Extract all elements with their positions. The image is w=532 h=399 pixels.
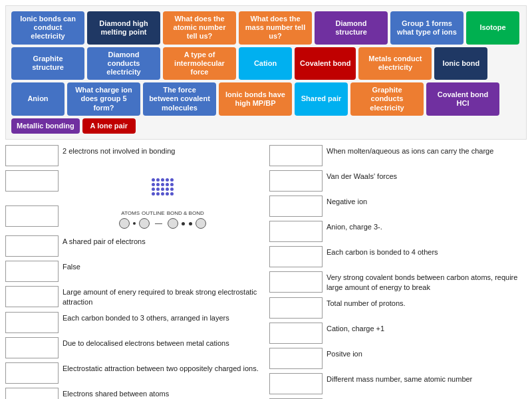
match-row: When molten/aqueous as ions can carry th…	[269, 145, 527, 166]
clue-text: When molten/aqueous as ions can carry th…	[327, 145, 527, 156]
answer-box[interactable]	[269, 246, 323, 267]
clue-text: Each carbon is bonded to 4 others	[327, 246, 527, 257]
match-row: Total number of protons.	[269, 297, 527, 319]
card-item[interactable]: Graphite conducts electricity	[350, 82, 424, 116]
match-row	[5, 170, 263, 201]
answer-box[interactable]	[5, 145, 59, 166]
answer-box[interactable]	[5, 170, 59, 192]
card-item[interactable]: Ionic bond	[434, 47, 487, 80]
clue-text: Large amount of enery required to break …	[63, 286, 263, 308]
clue-text: Negative ion	[327, 196, 527, 207]
answer-box[interactable]	[269, 373, 323, 394]
card-item[interactable]: Cation	[239, 47, 292, 80]
match-row: A shared pair of electrons	[5, 235, 263, 257]
clue-text: Total number of protons.	[327, 297, 527, 309]
card-item[interactable]: Ionic bonds can conduct electricity	[11, 11, 84, 45]
match-row: Anion, charge 3-.	[269, 221, 527, 242]
dot-diagram	[63, 172, 263, 201]
answer-box[interactable]	[5, 205, 59, 227]
matching-section: 2 electrons not involved in bonding ATOM…	[0, 145, 532, 399]
match-row: Due to delocalised electrons between met…	[5, 337, 263, 358]
match-row: Each carbon bonded to 3 others, arranged…	[5, 312, 263, 333]
match-row: Electrons shared between atoms	[5, 388, 263, 399]
match-row: Negative ion	[269, 196, 527, 217]
answer-box[interactable]	[5, 261, 59, 282]
card-item[interactable]: What does the atomic number tell us?	[163, 11, 236, 45]
card-item[interactable]: Ionic bonds have high MP/BP	[219, 82, 292, 116]
answer-box[interactable]	[5, 312, 59, 333]
card-item[interactable]: Isotope	[466, 11, 519, 45]
answer-box[interactable]	[269, 348, 323, 369]
clue-text: Anion, charge 3-.	[327, 221, 527, 232]
answer-box[interactable]	[269, 323, 323, 344]
match-row: Different mass number, same atomic numbe…	[269, 373, 527, 394]
clue-text	[63, 170, 263, 201]
card-item[interactable]: Diamond structure	[315, 11, 388, 45]
card-item[interactable]: Diamond high melting point	[87, 11, 160, 45]
card-item[interactable]: Shared pair	[295, 82, 348, 116]
clue-text: Due to delocalised electrons between met…	[63, 337, 263, 348]
match-row: Large amount of enery required to break …	[5, 286, 263, 308]
clue-text: Different mass number, same atomic numbe…	[327, 373, 527, 384]
match-row: False	[5, 261, 263, 282]
card-item[interactable]: Metallic bonding	[11, 118, 80, 134]
cards-section: Ionic bonds can conduct electricityDiamo…	[5, 5, 527, 140]
match-row: Cation, charge +1	[269, 323, 527, 344]
card-item[interactable]: What charge ion does group 5 form?	[67, 82, 140, 116]
right-column: When molten/aqueous as ions can carry th…	[269, 145, 527, 399]
card-item[interactable]: Metals conduct electricity	[358, 47, 432, 80]
clue-text: ATOMS OUTLINE BOND & BOND —	[63, 205, 263, 231]
match-row: Van der Waals' forces	[269, 170, 527, 192]
answer-box[interactable]	[5, 337, 59, 358]
match-row: Each carbon is bonded to 4 others	[269, 246, 527, 267]
left-column: 2 electrons not involved in bonding ATOM…	[5, 145, 263, 399]
card-item[interactable]: Group 1 forms what type of ions	[390, 11, 464, 45]
answer-box[interactable]	[269, 271, 323, 293]
clue-text: A shared pair of electrons	[63, 235, 263, 247]
clue-text: Van der Waals' forces	[327, 170, 527, 182]
card-item[interactable]: Anion	[11, 82, 65, 116]
answer-box[interactable]	[269, 221, 323, 242]
bond-diagram: ATOMS OUTLINE BOND & BOND —	[63, 207, 263, 231]
match-row: ATOMS OUTLINE BOND & BOND —	[5, 205, 263, 231]
match-row: Very strong covalent bonds between carbo…	[269, 271, 527, 293]
answer-box[interactable]	[269, 170, 323, 192]
card-item[interactable]: What does the mass number tell us?	[239, 11, 312, 45]
answer-box[interactable]	[269, 297, 323, 319]
card-item[interactable]: A type of intermolecular force	[163, 47, 236, 80]
clue-text: Electrostatic attraction between two opp…	[63, 362, 263, 374]
clue-text: Cation, charge +1	[327, 323, 527, 334]
clue-text: Electrons shared between atoms	[63, 388, 263, 399]
card-item[interactable]: Covalent bond	[295, 47, 356, 80]
card-item[interactable]: Graphite structure	[11, 47, 84, 80]
match-row: Electrostatic attraction between two opp…	[5, 362, 263, 384]
match-row: Positve ion	[269, 348, 527, 369]
answer-box[interactable]	[5, 286, 59, 307]
card-item[interactable]: A lone pair	[82, 118, 136, 134]
cards-grid: Ionic bonds can conduct electricityDiamo…	[11, 11, 521, 134]
card-item[interactable]: Diamond conducts electricity	[87, 47, 160, 80]
card-item[interactable]: The force between covalent molecules	[143, 82, 216, 116]
match-row: 2 electrons not involved in bonding	[5, 145, 263, 166]
clue-text: Positve ion	[327, 348, 527, 359]
answer-box[interactable]	[5, 362, 59, 384]
clue-text: Each carbon bonded to 3 others, arranged…	[63, 312, 263, 323]
answer-box[interactable]	[5, 235, 59, 257]
clue-text: False	[63, 261, 263, 272]
clue-text: 2 electrons not involved in bonding	[63, 145, 263, 156]
card-item[interactable]: Covalent bond HCl	[426, 82, 499, 116]
answer-box[interactable]	[269, 196, 323, 217]
clue-text: Very strong covalent bonds between carbo…	[327, 271, 527, 293]
answer-box[interactable]	[5, 388, 59, 399]
answer-box[interactable]	[269, 145, 323, 166]
